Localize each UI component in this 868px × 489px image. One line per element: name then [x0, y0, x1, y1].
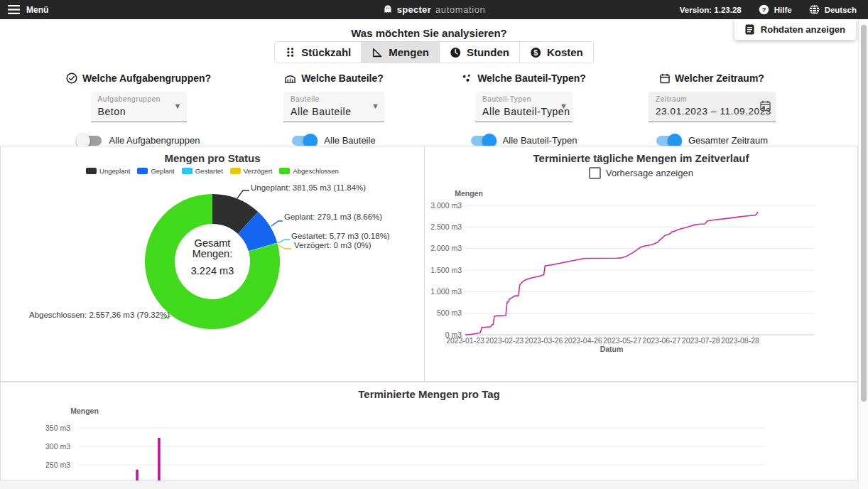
donut-center-label: Gesamt Mengen: 3.224 m3 — [163, 238, 262, 276]
callout-gestartet: Gestartet: 5,77 m3 (0.18%) — [291, 232, 390, 240]
svg-text:$: $ — [533, 48, 538, 56]
chevron-down-icon: ▼ — [174, 102, 182, 110]
brand-name: specter — [397, 4, 431, 15]
zeitraum-field[interactable]: Zeitraum 23.01.2023 – 11.09.2023 — [649, 92, 776, 122]
svg-text:2.000 m3: 2.000 m3 — [430, 244, 462, 252]
calendar-picker-icon[interactable] — [760, 100, 771, 112]
tab-stueckzahl[interactable]: Stückzahl — [275, 42, 362, 63]
filter-question: Welche Aufgabengruppen? — [82, 72, 211, 84]
raw-data-button[interactable]: Rohdaten anzeigen — [734, 19, 856, 40]
callout-line — [271, 221, 283, 226]
alle-bauteil-typen-toggle[interactable] — [471, 136, 495, 146]
tab-stunden[interactable]: Stunden — [440, 42, 520, 63]
svg-text:3.000 m3: 3.000 m3 — [430, 201, 462, 210]
filter-question: Welche Bauteile? — [301, 72, 384, 84]
menu-label: Menü — [26, 5, 48, 15]
cumulative-line-series — [465, 212, 758, 335]
svg-text:2023-01-23: 2023-01-23 — [446, 336, 484, 345]
alle-bauteile-toggle[interactable] — [292, 136, 316, 146]
app-header: specter automation Menü Version: 1.23.28… — [0, 0, 868, 19]
language-button[interactable]: Deutsch — [809, 4, 857, 15]
filter-aufgabengruppen: Welche Aufgabengruppen? Aufgabengruppen … — [43, 72, 234, 146]
chevron-down-icon: ▼ — [371, 102, 379, 110]
filter-zeitraum: Welcher Zeitraum? Zeitraum 23.01.2023 – … — [625, 72, 799, 146]
version-label: Version: 1.23.28 — [680, 6, 742, 14]
analyze-tabbar: Stückzahl Mengen Stunden $ Kosten — [274, 41, 594, 63]
svg-text:250 m3: 250 m3 — [45, 461, 70, 469]
set-square-icon — [371, 47, 383, 58]
vertical-scrollbar — [858, 19, 868, 489]
svg-text:1.500 m3: 1.500 m3 — [430, 266, 462, 274]
vorhersage-checkbox[interactable] — [589, 167, 601, 179]
callout-ungeplant: Ungeplant: 381,95 m3 (11.84%) — [251, 183, 366, 192]
svg-text:Datum: Datum — [600, 345, 624, 353]
svg-text:?: ? — [761, 6, 766, 14]
ghost-icon — [383, 4, 393, 15]
bar-terminierte-menge[interactable] — [158, 438, 161, 480]
filter-question: Welcher Zeitraum? — [675, 72, 764, 84]
toggle-label: Gesamter Zeitraum — [688, 135, 768, 146]
analyze-question: Was möchten Sie analysieren? — [0, 27, 858, 39]
tab-kosten[interactable]: $ Kosten — [520, 42, 593, 63]
chevron-down-icon: ▼ — [560, 102, 568, 110]
filter-bauteile: Welche Bauteile? Bauteile Alle Bauteile … — [256, 72, 412, 146]
alle-aufgabengruppen-toggle[interactable] — [77, 136, 102, 146]
language-label: Deutsch — [825, 6, 857, 14]
svg-text:300 m3: 300 m3 — [45, 442, 70, 451]
bauteil-typen-select[interactable]: Bauteil-Typen Alle Bauteil-Typen ▼ — [475, 92, 573, 122]
dollar-circle-icon: $ — [530, 47, 541, 58]
callout-line — [278, 240, 290, 243]
help-label: Hilfe — [774, 6, 792, 14]
svg-text:Mengen: Mengen — [455, 189, 483, 198]
gesamter-zeitraum-toggle[interactable] — [656, 136, 680, 146]
bar-chart-svg: 350 m3300 m3250 m3200 m3Mengen — [1, 382, 858, 480]
aufgabengruppen-select[interactable]: Aufgabengruppen Beton ▼ — [91, 92, 187, 122]
grid-dots-icon — [285, 47, 295, 58]
callout-verzoegert: Verzögert: 0 m3 (0%) — [294, 241, 371, 249]
bridge-icon — [284, 73, 296, 84]
document-icon — [745, 24, 754, 35]
globe-icon — [809, 4, 820, 15]
svg-text:350 m3: 350 m3 — [45, 424, 70, 432]
line-chart-panel: Terminierte tägliche Mengen im Zeitverla… — [425, 146, 857, 381]
raw-data-label: Rohdaten anzeigen — [761, 24, 845, 35]
tab-mengen[interactable]: Mengen — [362, 42, 440, 63]
filter-question: Welche Bauteil-Typen? — [477, 72, 586, 84]
svg-text:2023-07-28: 2023-07-28 — [682, 336, 720, 345]
bauteile-select[interactable]: Bauteile Alle Bauteile ▼ — [283, 92, 384, 122]
page-bottom-strip — [0, 480, 858, 489]
scatter-dots-icon — [462, 73, 472, 84]
svg-text:2.500 m3: 2.500 m3 — [430, 222, 462, 231]
toggle-label: Alle Bauteile — [324, 135, 375, 146]
svg-text:500 m3: 500 m3 — [437, 308, 462, 317]
callout-line — [237, 190, 249, 198]
line-chart-title: Terminierte tägliche Mengen im Zeitverla… — [425, 152, 857, 164]
check-circle-icon — [66, 72, 77, 84]
bar-chart-panel: Terminierte Mengen pro Tag 350 m3300 m32… — [0, 382, 858, 480]
svg-text:2023-06-27: 2023-06-27 — [643, 336, 681, 345]
svg-text:2023-02-23: 2023-02-23 — [485, 336, 523, 345]
help-button[interactable]: ? Hilfe — [759, 4, 792, 15]
svg-text:Mengen: Mengen — [70, 407, 99, 415]
callout-abgeschlossen: Abgeschlossen: 2.557,36 m3 (79.32%) — [29, 311, 158, 319]
scrollbar-thumb[interactable] — [861, 25, 867, 402]
line-chart-svg: 0 m3500 m31.000 m31.500 m32.000 m32.500 … — [425, 189, 858, 360]
svg-text:2023-04-26: 2023-04-26 — [564, 336, 602, 345]
donut-chart-panel: Mengen pro Status UngeplantGeplantGestar… — [1, 146, 425, 381]
svg-text:2023-05-27: 2023-05-27 — [603, 336, 641, 345]
toggle-label: Alle Aufgabengruppen — [109, 135, 200, 146]
filter-bauteil-typen: Welche Bauteil-Typen? Bauteil-Typen Alle… — [440, 72, 607, 146]
callout-geplant: Geplant: 279,1 m3 (8.66%) — [284, 213, 382, 221]
bar-terminierte-menge[interactable] — [136, 470, 139, 480]
menu-button[interactable]: Menü — [0, 5, 48, 15]
toggle-label: Alle Bauteil-Typen — [503, 135, 577, 146]
charts-top-row: Mengen pro Status UngeplantGeplantGestar… — [0, 146, 858, 382]
brand-suffix: automation — [435, 4, 485, 15]
hamburger-icon — [8, 5, 20, 14]
help-icon: ? — [759, 4, 769, 15]
vorhersage-checkbox-label: Vorhersage anzeigen — [606, 168, 693, 178]
svg-text:2023-08-28: 2023-08-28 — [721, 336, 759, 345]
svg-text:1.000 m3: 1.000 m3 — [430, 287, 462, 296]
callout-line — [278, 245, 291, 249]
svg-text:2023-03-26: 2023-03-26 — [525, 336, 563, 345]
